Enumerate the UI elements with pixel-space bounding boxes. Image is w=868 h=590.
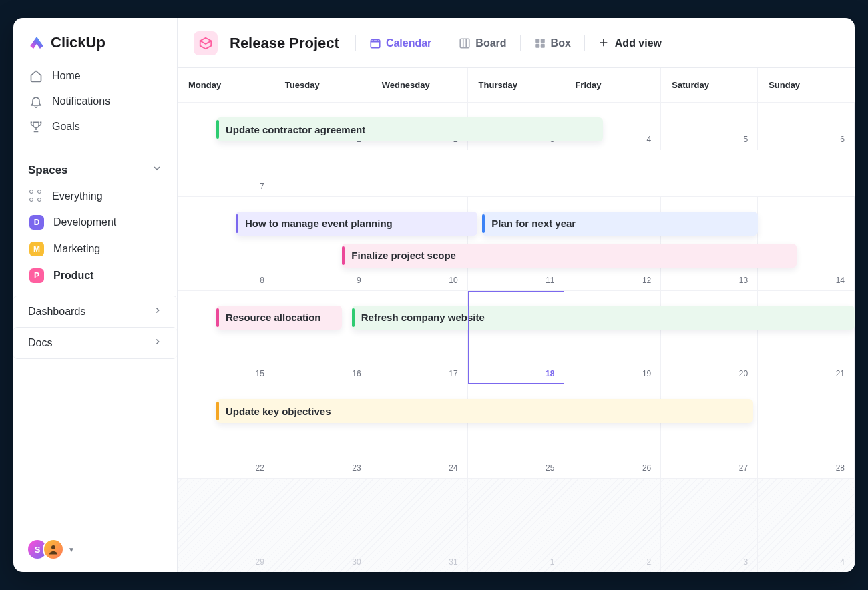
day-number: 25 [546, 463, 554, 473]
day-number: 16 [352, 369, 361, 378]
calendar-day-cell[interactable]: 29 [178, 479, 274, 572]
brand-name: ClickUp [51, 34, 105, 51]
svg-point-0 [51, 545, 55, 549]
separator [520, 35, 521, 51]
day-number: 14 [836, 276, 845, 285]
day-number: 22 [255, 463, 264, 473]
clickup-logo-icon [28, 34, 45, 51]
nav-home[interactable]: Home [21, 63, 169, 89]
calendar-day-cell[interactable]: 16 [274, 291, 371, 384]
view-tab-calendar[interactable]: Calendar [368, 35, 433, 52]
calendar-day-cell[interactable]: 20 [661, 291, 758, 384]
chevron-right-icon [153, 306, 162, 318]
day-number: 15 [255, 369, 264, 378]
day-number: 4 [647, 135, 652, 144]
sidebar-docs[interactable]: Docs [13, 327, 177, 359]
calendar-week-row: 22232425262728Update key objectives [178, 384, 855, 478]
calendar-event[interactable]: Finalize project scope [342, 244, 797, 268]
calendar-day-cell[interactable]: 7 [178, 150, 274, 196]
calendar-day-cell[interactable]: 31 [371, 479, 468, 572]
calendar-day-cell[interactable]: 24 [371, 384, 468, 478]
svg-rect-3 [535, 39, 539, 43]
calendar-day-cell[interactable]: 19 [564, 291, 661, 384]
day-number: 8 [260, 276, 264, 285]
space-development[interactable]: D Development [21, 209, 169, 236]
space-marketing[interactable]: M Marketing [21, 236, 169, 262]
calendar-day-cell[interactable]: 27 [661, 384, 758, 478]
sidebar: ClickUp Home Notifications Goals [13, 18, 178, 572]
calendar-day-cell[interactable]: 5 [661, 103, 758, 150]
calendar-day-cell[interactable]: 30 [274, 479, 371, 572]
spaces-header-label: Spaces [28, 164, 68, 177]
calendar-day-cell[interactable]: 2 [564, 479, 661, 572]
calendar-event[interactable]: Update contractor agreement [216, 117, 603, 141]
calendar-day-cell[interactable]: 17 [371, 291, 468, 384]
calendar-day-cell[interactable]: 15 [178, 291, 274, 384]
weekday-header: Monday [178, 68, 274, 102]
calendar-event[interactable]: Resource allocation [216, 306, 342, 330]
board-icon [459, 37, 471, 49]
day-number: 20 [739, 369, 748, 378]
spaces-list: Everything D Development M Marketing P P… [13, 184, 177, 296]
calendar-icon [369, 37, 381, 49]
calendar-day-cell[interactable]: 8 [178, 197, 274, 290]
sidebar-docs-label: Docs [28, 337, 52, 349]
view-tab-board[interactable]: Board [457, 35, 507, 52]
calendar-day-cell[interactable]: 4 [758, 479, 855, 572]
calendar: Monday Tuesday Wednesday Thursday Friday… [178, 67, 855, 572]
separator [355, 35, 356, 51]
calendar-day-cell[interactable]: 18 [468, 291, 565, 384]
weekday-header: Tuesday [274, 68, 371, 102]
app-window: ClickUp Home Notifications Goals [13, 18, 855, 572]
sidebar-dashboards[interactable]: Dashboards [13, 296, 177, 327]
calendar-day-cell[interactable]: 1 [468, 479, 565, 572]
calendar-day-cell[interactable]: 25 [468, 384, 565, 478]
view-tab-label: Box [551, 37, 571, 49]
calendar-event[interactable]: Plan for next year [482, 212, 758, 236]
sidebar-footer[interactable]: S ▼ [13, 527, 177, 572]
separator [584, 35, 585, 51]
space-product[interactable]: P Product [21, 262, 169, 289]
spaces-header[interactable]: Spaces [13, 152, 177, 184]
calendar-day-cell[interactable]: 26 [564, 384, 661, 478]
calendar-day-cell[interactable]: 6 [758, 103, 855, 150]
weekday-header: Thursday [468, 68, 565, 102]
calendar-event[interactable]: Update key objectives [216, 399, 753, 423]
day-number: 7 [260, 182, 264, 191]
calendar-day-cell[interactable]: 21 [758, 291, 855, 384]
nav-goals-label: Goals [52, 121, 80, 133]
view-tab-box[interactable]: Box [533, 35, 572, 52]
calendar-week-row: 2930311234 [178, 478, 855, 572]
day-number: 4 [840, 557, 845, 567]
separator [445, 35, 445, 51]
calendar-event[interactable]: Refresh company website [352, 306, 855, 330]
nav-goals[interactable]: Goals [21, 114, 169, 139]
svg-rect-6 [540, 44, 544, 48]
nav-notifications-label: Notifications [52, 95, 110, 107]
weekday-header-row: Monday Tuesday Wednesday Thursday Friday… [178, 68, 855, 102]
brand-logo[interactable]: ClickUp [13, 18, 177, 63]
add-view-button[interactable]: Add view [597, 35, 663, 52]
day-number: 12 [642, 276, 651, 285]
calendar-event[interactable]: How to manage event planning [236, 212, 477, 236]
space-label: Product [53, 270, 93, 282]
calendar-day-cell[interactable]: 23 [274, 384, 371, 478]
space-everything[interactable]: Everything [21, 184, 169, 209]
day-number: 13 [739, 276, 748, 285]
sidebar-dashboards-label: Dashboards [28, 306, 85, 318]
home-icon [29, 69, 43, 83]
space-label: Development [53, 216, 116, 228]
weekday-header: Wednesday [371, 68, 468, 102]
day-number: 5 [743, 135, 748, 144]
svg-rect-4 [540, 39, 544, 43]
day-number: 23 [352, 463, 361, 473]
calendar-day-cell[interactable]: 22 [178, 384, 274, 478]
nav-notifications[interactable]: Notifications [21, 89, 169, 114]
calendar-week-row: 1234567Update contractor agreement [178, 102, 855, 196]
calendar-day-cell[interactable]: 28 [758, 384, 855, 478]
box-icon [534, 37, 546, 49]
day-number: 1 [550, 557, 555, 567]
chevron-right-icon [153, 337, 162, 349]
day-number: 18 [546, 369, 554, 378]
calendar-day-cell[interactable]: 3 [661, 479, 758, 572]
